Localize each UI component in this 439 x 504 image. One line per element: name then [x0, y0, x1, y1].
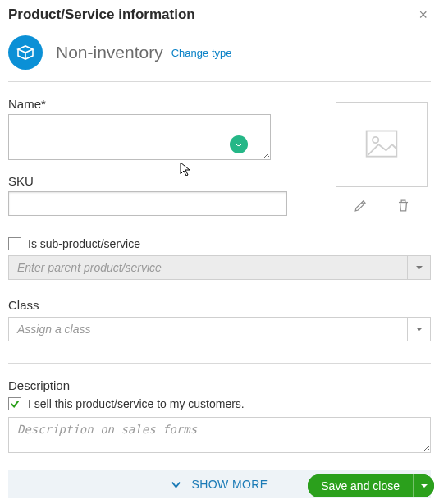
class-select[interactable]: Assign a class	[8, 317, 431, 341]
sub-product-label: Is sub-product/service	[28, 237, 140, 250]
box-icon	[16, 43, 35, 62]
product-type-icon	[8, 35, 43, 70]
status-ok-icon	[230, 135, 248, 153]
save-button-label: Save and close	[308, 474, 413, 497]
trash-icon[interactable]	[396, 198, 411, 213]
sell-to-customers-label: I sell this product/service to my custom…	[28, 397, 245, 410]
name-input[interactable]	[8, 114, 271, 160]
pencil-icon[interactable]	[353, 198, 368, 213]
dialog-title: Product/Service information	[8, 7, 195, 23]
show-more-label: SHOW MORE	[191, 478, 268, 491]
close-icon[interactable]: ×	[415, 7, 431, 24]
chevron-down-icon[interactable]	[407, 318, 430, 341]
product-type-name: Non-inventory	[56, 43, 163, 62]
sub-product-checkbox[interactable]	[8, 237, 21, 250]
divider	[382, 197, 382, 213]
sku-input[interactable]	[8, 191, 287, 216]
class-label: Class	[8, 298, 431, 312]
save-and-close-button[interactable]: Save and close	[308, 474, 434, 497]
class-placeholder: Assign a class	[9, 323, 98, 336]
change-type-link[interactable]: Change type	[171, 47, 232, 59]
chevron-down-icon	[420, 482, 428, 490]
divider	[8, 363, 431, 364]
image-dropzone[interactable]	[336, 102, 428, 187]
parent-product-select: Enter parent product/service	[8, 255, 431, 280]
sales-description-input[interactable]	[8, 417, 431, 453]
save-dropdown-toggle[interactable]	[413, 474, 434, 497]
divider	[8, 81, 431, 82]
svg-point-1	[373, 137, 378, 143]
description-section-label: Description	[8, 378, 431, 392]
sku-label: SKU	[8, 174, 300, 188]
chevron-down-icon	[171, 479, 181, 490]
sell-to-customers-checkbox[interactable]	[8, 397, 21, 410]
parent-product-placeholder: Enter parent product/service	[9, 261, 170, 274]
chevron-down-icon[interactable]	[407, 256, 430, 279]
image-placeholder-icon	[364, 126, 400, 163]
name-label: Name*	[8, 97, 300, 111]
